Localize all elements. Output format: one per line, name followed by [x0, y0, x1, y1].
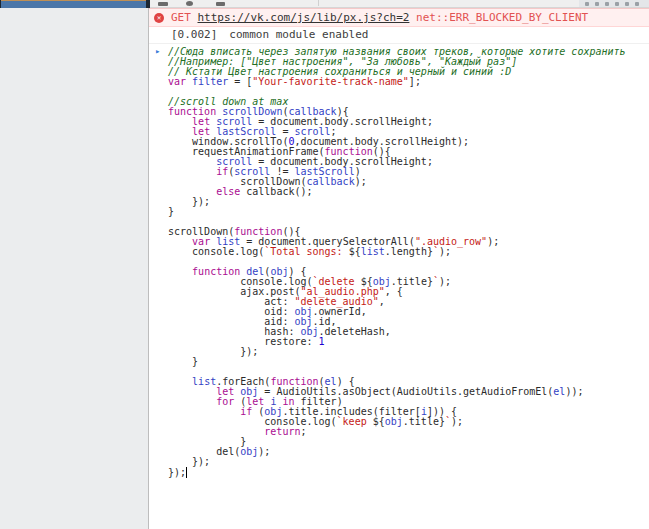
toolbar-right-sliver: [579, 0, 649, 7]
console-panel: ✕ GET https://vk.com/js/lib/px.js?ch=2 n…: [149, 8, 649, 529]
log-timestamp: [0.002]: [171, 28, 217, 41]
toolbar-mini-icon: [635, 2, 639, 6]
vk-blue-tab-sliver: [1, 0, 146, 8]
console-sidebar-icon[interactable]: [158, 2, 168, 6]
error-method: GET: [171, 11, 191, 24]
console-error-row: ✕ GET https://vk.com/js/lib/px.js?ch=2 n…: [149, 8, 649, 27]
error-circle-x-icon: ✕: [154, 13, 164, 23]
console-input[interactable]: ▸ //Сюда вписать через запятую названия …: [149, 44, 649, 477]
console-input-code[interactable]: //Сюда вписать через запятую названия св…: [168, 47, 649, 477]
devtools-toolbar-sliver: [150, 0, 649, 8]
toolbar-mini-icon: [595, 2, 599, 6]
left-panel: [0, 8, 149, 529]
error-message: net::ERR_BLOCKED_BY_CLIENT: [416, 11, 588, 24]
devtools-main: ✕ GET https://vk.com/js/lib/px.js?ch=2 n…: [0, 8, 649, 529]
filter-icon[interactable]: [216, 2, 225, 6]
toolbar-mini-icon: [615, 2, 619, 6]
console-input-chevron-icon[interactable]: ▸: [155, 46, 160, 57]
toolbar-mini-icon: [585, 2, 589, 6]
clear-console-icon[interactable]: [186, 1, 193, 6]
text-cursor: [186, 467, 187, 478]
toolbar-mini-icon: [605, 2, 609, 6]
console-log-row: [0.002]common module enabled: [149, 27, 649, 44]
spacer: [191, 11, 198, 24]
error-url-link[interactable]: https://vk.com/js/lib/px.js?ch=2: [198, 11, 410, 24]
toolbar-divider: [318, 0, 319, 6]
toolbar-mini-icon: [625, 2, 629, 6]
log-message: common module enabled: [229, 28, 368, 41]
devtools-window: ✕ GET https://vk.com/js/lib/px.js?ch=2 n…: [0, 0, 649, 529]
window-topbar: [0, 0, 649, 8]
browser-chrome-sliver: [0, 0, 150, 8]
